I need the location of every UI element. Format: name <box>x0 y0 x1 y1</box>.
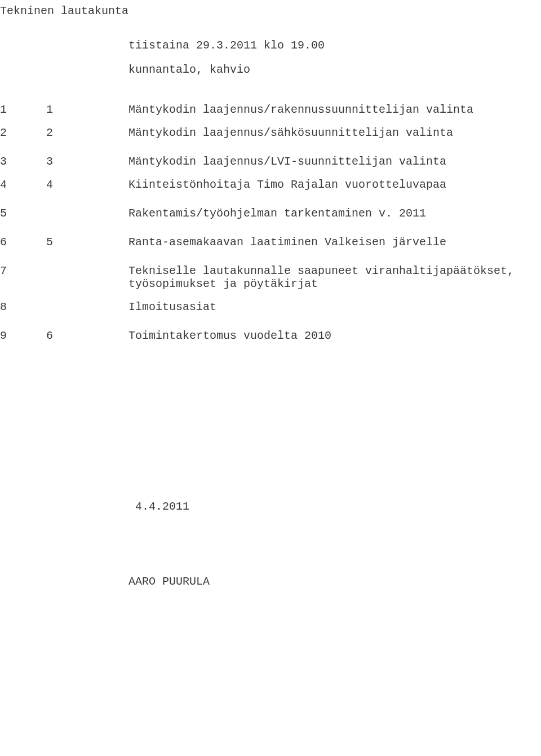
agenda-title: Toimintakertomus vuodelta 2010 <box>128 329 541 342</box>
agenda-item: 1 1 Mäntykodin laajennus/rakennussuunnit… <box>0 103 541 116</box>
meeting-datetime: tiistaina 29.3.2011 klo 19.00 <box>128 39 541 52</box>
agenda-title: Mäntykodin laajennus/rakennussuunnitteli… <box>128 103 541 116</box>
agenda-index: 5 <box>0 207 46 220</box>
agenda-title: Tekniselle lautakunnalle saapuneet viran… <box>128 264 541 290</box>
agenda-index: 2 <box>0 126 46 139</box>
agenda-title: Kiinteistönhoitaja Timo Rajalan vuorotte… <box>128 178 541 191</box>
agenda-title: Mäntykodin laajennus/LVI-suunnittelijan … <box>128 155 541 168</box>
agenda-number: 1 <box>46 103 128 116</box>
agenda-index: 8 <box>0 300 46 313</box>
agenda-number: 6 <box>46 329 128 342</box>
agenda-index: 9 <box>0 329 46 342</box>
agenda-index: 7 <box>0 264 46 277</box>
agenda-number: 3 <box>46 155 128 168</box>
meeting-info: tiistaina 29.3.2011 klo 19.00 kunnantalo… <box>128 39 541 76</box>
agenda-title: Rakentamis/työohjelman tarkentaminen v. … <box>128 207 541 220</box>
agenda-title: Mäntykodin laajennus/sähkösuunnittelijan… <box>128 126 541 139</box>
meeting-location: kunnantalo, kahvio <box>128 63 541 76</box>
agenda-list: 1 1 Mäntykodin laajennus/rakennussuunnit… <box>0 103 541 342</box>
agenda-index: 1 <box>0 103 46 116</box>
agenda-item: 2 2 Mäntykodin laajennus/sähkösuunnittel… <box>0 126 541 139</box>
agenda-item: 4 4 Kiinteistönhoitaja Timo Rajalan vuor… <box>0 178 541 191</box>
agenda-title: Ilmoitusasiat <box>128 300 541 313</box>
agenda-item: 8 Ilmoitusasiat <box>0 300 541 313</box>
agenda-number: 5 <box>46 236 128 249</box>
agenda-item: 7 Tekniselle lautakunnalle saapuneet vir… <box>0 264 541 290</box>
agenda-title: Ranta-asemakaavan laatiminen Valkeisen j… <box>128 236 541 249</box>
footer-date: 4.4.2011 <box>135 500 541 513</box>
signature-name: AARO PUURULA <box>128 575 541 588</box>
board-name: Tekninen lautakunta <box>0 0 541 17</box>
agenda-item: 5 Rakentamis/työohjelman tarkentaminen v… <box>0 207 541 220</box>
agenda-item: 3 3 Mäntykodin laajennus/LVI-suunnitteli… <box>0 155 541 168</box>
agenda-number: 2 <box>46 126 128 139</box>
agenda-index: 4 <box>0 178 46 191</box>
agenda-index: 6 <box>0 236 46 249</box>
agenda-index: 3 <box>0 155 46 168</box>
agenda-item: 6 5 Ranta-asemakaavan laatiminen Valkeis… <box>0 236 541 249</box>
agenda-number: 4 <box>46 178 128 191</box>
agenda-item: 9 6 Toimintakertomus vuodelta 2010 <box>0 329 541 342</box>
